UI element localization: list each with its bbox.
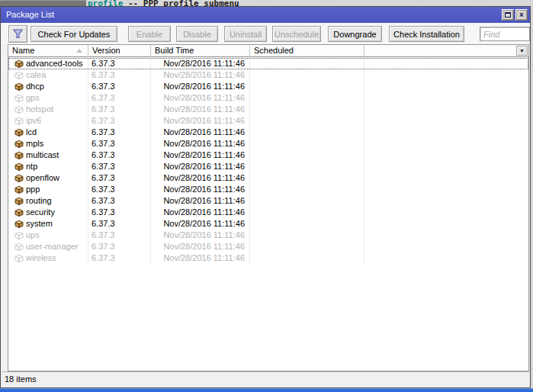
cell-empty [364,252,528,264]
cell-name: calea [8,69,88,81]
cell-name: mpls [8,138,88,149]
package-icon [14,140,24,148]
cell-version: 6.37.3 [88,230,151,241]
cell-name: openflow [8,172,88,184]
cell-scheduled [250,184,364,195]
table-row[interactable]: security6.37.3Nov/28/2016 11:11:46 [8,207,528,218]
cell-empty [364,184,528,195]
toolbar-button-enable[interactable]: Enable [128,26,171,42]
column-label: Scheduled [254,46,294,55]
find-input[interactable] [480,27,530,41]
package-name: openflow [26,172,59,184]
table-row[interactable]: user-manager6.37.3Nov/28/2016 11:11:46 [8,241,528,252]
cell-scheduled [250,58,364,69]
toolbar-button-check-installation[interactable]: Check Installation [389,26,464,42]
cell-scheduled [250,92,364,104]
column-dropdown-button[interactable]: ▼ [516,46,528,56]
cell-version: 6.37.3 [88,149,151,161]
table-row[interactable]: dhcp6.37.3Nov/28/2016 11:11:46 [8,81,528,92]
cell-empty [364,172,528,184]
cell-version: 6.37.3 [88,127,151,138]
table-row[interactable]: ntp6.37.3Nov/28/2016 11:11:46 [8,161,528,172]
package-list-window: Package List × Check For UpdatesEnableDi… [0,6,531,388]
cell-version: 6.37.3 [88,184,151,195]
cell-version: 6.37.3 [88,252,151,264]
cell-version: 6.37.3 [88,92,151,104]
package-name: lcd [26,127,37,138]
cell-build-time: Nov/28/2016 11:11:46 [151,218,250,230]
funnel-icon [12,28,24,40]
column-header-scheduled[interactable]: Scheduled [250,45,364,57]
table-row[interactable]: lcd6.37.3Nov/28/2016 11:11:46 [8,127,528,138]
table-row[interactable]: hotspot6.37.3Nov/28/2016 11:11:46 [8,104,528,115]
toolbar-button-downgrade[interactable]: Downgrade [328,26,382,42]
toolbar-button-disable[interactable]: Disable [176,26,218,42]
table-row[interactable]: multicast6.37.3Nov/28/2016 11:11:46 [8,149,528,161]
cell-name: routing [8,195,88,207]
cell-empty [364,230,528,241]
table-row[interactable]: advanced-tools6.37.3Nov/28/2016 11:11:46 [8,58,528,69]
cell-build-time: Nov/28/2016 11:11:46 [151,138,250,149]
table-row[interactable]: ppp6.37.3Nov/28/2016 11:11:46 [8,184,528,195]
column-header-name[interactable]: Name [8,45,88,57]
cell-version: 6.37.3 [88,138,151,149]
maximize-button[interactable] [502,9,514,21]
table-row[interactable]: calea6.37.3Nov/28/2016 11:11:46 [8,69,528,81]
toolbar-button-check-for-updates[interactable]: Check For Updates [31,26,117,42]
cell-scheduled [250,207,364,218]
cell-version: 6.37.3 [88,195,151,207]
package-name: hotspot [26,104,53,115]
package-name: ups [26,230,40,241]
package-name: multicast [26,149,59,161]
cell-scheduled [250,127,364,138]
cell-version: 6.37.3 [88,115,151,127]
package-icon [14,197,24,205]
table-row[interactable]: gps6.37.3Nov/28/2016 11:11:46 [8,92,528,104]
background-bottom-strip [0,388,533,392]
package-icon [14,220,24,228]
cell-version: 6.37.3 [88,69,151,81]
table-row[interactable]: openflow6.37.3Nov/28/2016 11:11:46 [8,172,528,184]
cell-scheduled [250,218,364,230]
column-label: Version [92,46,120,55]
cell-build-time: Nov/28/2016 11:11:46 [151,69,250,81]
package-name: routing [26,195,52,207]
cell-empty [364,138,528,149]
filter-button[interactable] [8,25,27,43]
package-icon [14,231,24,239]
package-name: user-manager [26,241,78,252]
cell-scheduled [250,252,364,264]
package-rows: advanced-tools6.37.3Nov/28/2016 11:11:46… [8,58,528,264]
cell-scheduled [250,69,364,81]
package-table: NameVersionBuild TimeScheduled ▼ advance… [8,44,529,371]
cell-name: gps [8,92,88,104]
cell-empty [364,241,528,252]
cell-name: lcd [8,127,88,138]
package-name: wireless [26,252,56,264]
cell-version: 6.37.3 [88,81,151,92]
table-row[interactable]: routing6.37.3Nov/28/2016 11:11:46 [8,195,528,207]
cell-scheduled [250,104,364,115]
table-row[interactable]: system6.37.3Nov/28/2016 11:11:46 [8,218,528,230]
cell-build-time: Nov/28/2016 11:11:46 [151,241,250,252]
column-header-build-time[interactable]: Build Time [151,45,250,57]
table-row[interactable]: ipv66.37.3Nov/28/2016 11:11:46 [8,115,528,127]
cell-build-time: Nov/28/2016 11:11:46 [151,252,250,264]
table-row[interactable]: mpls6.37.3Nov/28/2016 11:11:46 [8,138,528,149]
toolbar-button-unschedule[interactable]: Unschedule [272,26,321,42]
titlebar[interactable]: Package List × [1,7,530,23]
column-header-version[interactable]: Version [88,45,151,57]
cell-name: ups [8,230,88,241]
cell-scheduled [250,195,364,207]
cell-name: advanced-tools [8,58,88,69]
cell-build-time: Nov/28/2016 11:11:46 [151,161,250,172]
cell-name: multicast [8,149,88,161]
toolbar-button-uninstall[interactable]: Uninstall [224,26,267,42]
table-row[interactable]: ups6.37.3Nov/28/2016 11:11:46 [8,230,528,241]
cell-empty [364,69,528,81]
close-button[interactable]: × [515,9,528,21]
cell-name: wireless [8,252,88,264]
toolbar: Check For UpdatesEnableDisableUninstallU… [2,23,529,44]
table-row[interactable]: wireless6.37.3Nov/28/2016 11:11:46 [8,252,528,264]
package-icon [14,162,24,171]
